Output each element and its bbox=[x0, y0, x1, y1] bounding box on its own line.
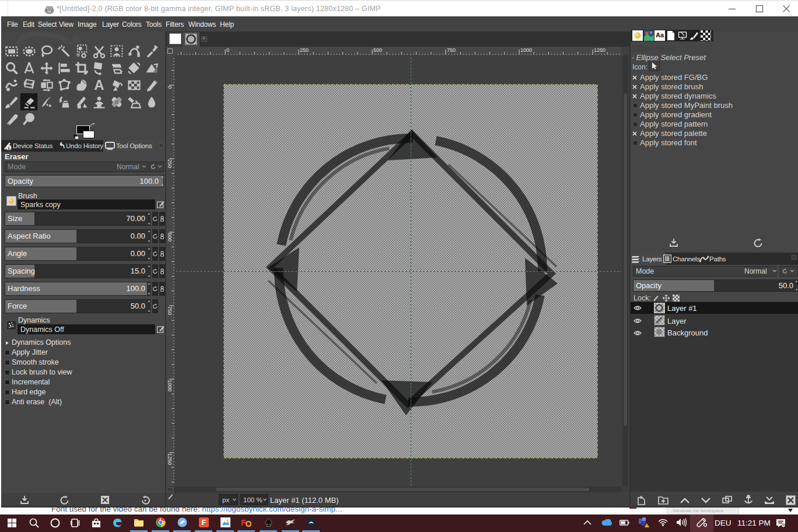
svg-text:F: F bbox=[241, 518, 246, 527]
svg-text:!: ! bbox=[646, 524, 648, 527]
svg-text:A: A bbox=[94, 78, 104, 92]
svg-text:F: F bbox=[202, 519, 206, 527]
